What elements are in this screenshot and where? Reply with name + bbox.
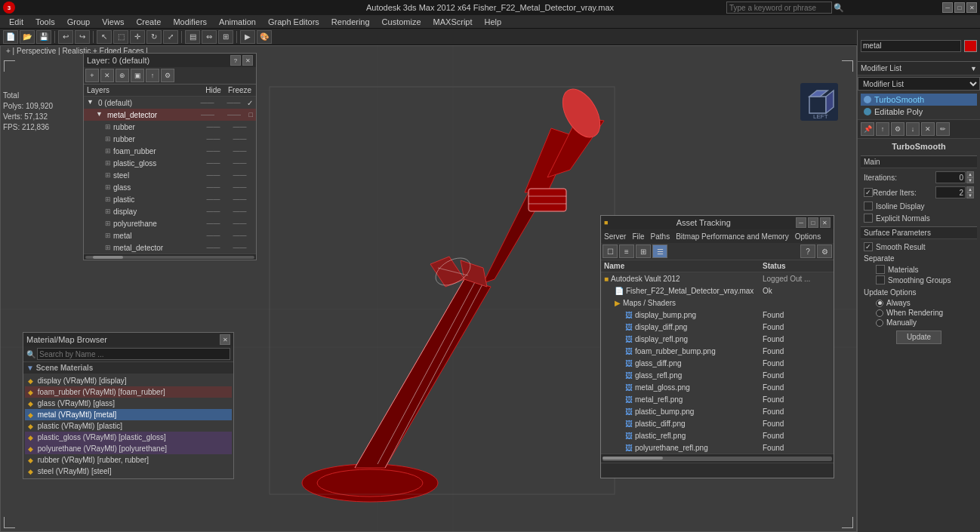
smooth-result-checkbox[interactable]	[864, 242, 873, 251]
save-button[interactable]: 💾	[36, 30, 51, 44]
asset-menu-paths[interactable]: Paths	[651, 232, 670, 241]
layer-select-button[interactable]: ▣	[131, 69, 144, 82]
list-item[interactable]: ⊞ rubber —— ——	[102, 121, 256, 133]
menu-graph-editors[interactable]: Graph Editors	[262, 15, 325, 28]
material-search-input[interactable]	[37, 348, 230, 360]
list-item[interactable]: 🖼 plastic_refl.png Found	[622, 429, 834, 441]
modifier-turbosmooth[interactable]: TurboSmooth	[861, 94, 977, 106]
list-item[interactable]: ⊞ rubber —— ——	[102, 133, 256, 145]
when-rendering-radio[interactable]	[876, 309, 883, 317]
render-iters-checkbox[interactable]	[864, 188, 873, 197]
menu-tools[interactable]: Tools	[29, 15, 61, 28]
manually-radio[interactable]	[876, 319, 883, 327]
scale-button[interactable]: ⤢	[163, 30, 178, 44]
render-iters-down[interactable]: ▼	[966, 192, 974, 198]
align-button[interactable]: ⊞	[218, 30, 233, 44]
menu-modifiers[interactable]: Modifiers	[167, 15, 213, 28]
list-item[interactable]: 🖼 metal_refl.png Found	[622, 393, 834, 405]
list-item[interactable]: ◆ metal (VRayMtl) [metal]	[25, 409, 232, 420]
close-button[interactable]: ✕	[966, 2, 977, 13]
material-name-input[interactable]	[861, 40, 961, 52]
list-item[interactable]: ⊞ glass —— ——	[102, 181, 256, 193]
undo-button[interactable]: ↩	[58, 30, 73, 44]
list-item[interactable]: 🖼 glass_diff.png Found	[622, 357, 834, 369]
asset-grid-button[interactable]: ⊞	[636, 244, 651, 258]
new-button[interactable]: 📄	[3, 30, 18, 44]
iterations-up[interactable]: ▲	[966, 171, 974, 177]
asset-maximize-button[interactable]: □	[808, 217, 818, 228]
iterations-spinner[interactable]: ▲ ▼	[966, 171, 974, 183]
list-item[interactable]: ◆ rubber (VRayMtl) [rubber, rubber]	[25, 454, 232, 466]
search-input[interactable]	[726, 2, 832, 14]
move-up-button[interactable]: ↑	[876, 122, 889, 136]
open-button[interactable]: 📂	[20, 30, 35, 44]
layer-button[interactable]: ▤	[185, 30, 200, 44]
asset-scrollbar[interactable]	[601, 454, 834, 463]
list-item[interactable]: ⊞ steel —— ——	[102, 169, 256, 181]
layer-move-button[interactable]: ↑	[146, 69, 159, 82]
menu-create[interactable]: Create	[130, 15, 167, 28]
iterations-down[interactable]: ▼	[966, 177, 974, 183]
search-icon[interactable]: 🔍	[834, 3, 844, 13]
list-item[interactable]: ⊞ metal —— ——	[102, 229, 256, 241]
smoothing-groups-checkbox[interactable]	[876, 275, 885, 284]
list-item[interactable]: 🖼 display_bump.png Found	[622, 309, 834, 321]
list-item[interactable]: 🖼 polyurethane_refl.png Found	[622, 441, 834, 454]
render-button[interactable]: ▶	[240, 30, 255, 44]
minimize-button[interactable]: ─	[942, 2, 953, 13]
modifier-editable-poly[interactable]: Editable Poly	[861, 106, 977, 118]
materials-checkbox[interactable]	[876, 265, 885, 274]
list-item[interactable]: ⊞ plastic_gloss —— ——	[102, 157, 256, 169]
redo-button[interactable]: ↪	[75, 30, 90, 44]
list-item[interactable]: 🖼 plastic_diff.png Found	[622, 417, 834, 429]
rotate-button[interactable]: ↻	[146, 30, 162, 44]
list-item[interactable]: ⊞ foam_rubber —— ——	[102, 145, 256, 157]
list-item[interactable]: 🖼 display_diff.png Found	[622, 321, 834, 333]
render-iters-input[interactable]	[935, 186, 966, 198]
list-item[interactable]: ◆ steel (VRayMtl) [steel]	[25, 466, 232, 477]
move-button[interactable]: ✛	[130, 30, 145, 44]
list-item[interactable]: ⊞ plastic —— ——	[102, 193, 256, 205]
asset-select-button[interactable]: ☐	[602, 244, 618, 258]
pin-stack-button[interactable]: 📌	[861, 122, 874, 136]
asset-menu-bitmap[interactable]: Bitmap Performance and Memory	[676, 232, 789, 241]
list-item[interactable]: 🖼 metal_gloss.png Found	[622, 381, 834, 393]
menu-animation[interactable]: Animation	[213, 15, 262, 28]
list-item[interactable]: 📄 Fisher_F22_Metal_Detector_vray.max Ok	[612, 284, 834, 297]
configure-button[interactable]: ⚙	[891, 122, 904, 136]
layer-close-button[interactable]: ✕	[242, 55, 253, 66]
list-item[interactable]: ⊞ polyurethane —— ——	[102, 217, 256, 229]
maximize-button[interactable]: □	[954, 2, 965, 13]
edit-button[interactable]: ✏	[936, 122, 950, 136]
list-item[interactable]: 🖼 plastic_bump.png Found	[622, 405, 834, 417]
asset-menu-file[interactable]: File	[632, 232, 644, 241]
always-radio[interactable]	[876, 300, 883, 307]
list-item[interactable]: 🖼 glass_refl.png Found	[622, 369, 834, 381]
material-browser-close-button[interactable]: ✕	[220, 334, 230, 345]
asset-help-button[interactable]: ?	[800, 244, 815, 258]
update-button[interactable]: Update	[896, 331, 941, 344]
move-down-button[interactable]: ↓	[906, 122, 920, 136]
layer-properties-button[interactable]: ⚙	[161, 69, 174, 82]
material-color-swatch[interactable]	[964, 40, 977, 52]
list-item[interactable]: ◆ plastic (VRayMtl) [plastic]	[25, 420, 232, 432]
menu-maxscript[interactable]: MAXScript	[427, 15, 479, 28]
list-item[interactable]: ■ Autodesk Vault 2012 Logged Out ...	[601, 272, 834, 284]
render-iters-up[interactable]: ▲	[966, 186, 974, 192]
list-item[interactable]: ◆ plastic_gloss (VRayMtl) [plastic_gloss…	[25, 432, 232, 443]
mirror-button[interactable]: ⇔	[202, 30, 217, 44]
asset-settings-button[interactable]: ⚙	[817, 244, 832, 258]
asset-menu-server[interactable]: Server	[604, 232, 626, 241]
list-item[interactable]: ⊞ display —— ——	[102, 205, 256, 217]
menu-rendering[interactable]: Rendering	[325, 15, 376, 28]
menu-group[interactable]: Group	[61, 15, 97, 28]
list-item[interactable]: ◆ display (VRayMtl) [display]	[25, 375, 232, 386]
list-item[interactable]: ◆ foam_rubber (VRayMtl) [foam_rubber]	[25, 386, 232, 398]
select-button[interactable]: ↖	[97, 30, 112, 44]
layer-new-button[interactable]: +	[85, 69, 99, 82]
layer-add-button[interactable]: ⊕	[116, 69, 129, 82]
list-item[interactable]: ▼ metal_detector —— —— □	[84, 109, 256, 121]
menu-help[interactable]: Help	[479, 15, 508, 28]
material-editor-button[interactable]: 🎨	[257, 30, 272, 44]
asset-list-button[interactable]: ≡	[619, 244, 634, 258]
